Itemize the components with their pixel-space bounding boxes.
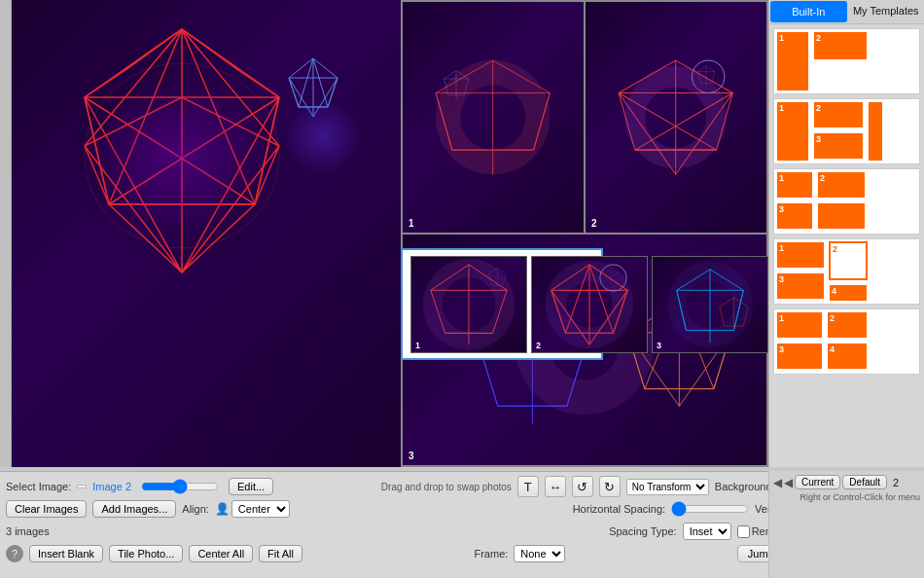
tpl5-cell4: 4 xyxy=(827,343,868,370)
tpl1-cell2: 2 xyxy=(813,31,868,60)
tpl3-cell1: 1 xyxy=(776,171,813,199)
thumbnail-1[interactable]: 1 xyxy=(410,256,527,353)
spacing-type-label: Spacing Type: xyxy=(609,525,677,537)
spacing-type-select[interactable]: Inset xyxy=(683,523,731,540)
tpl4-cell2: 2 xyxy=(829,241,868,280)
clear-images-button[interactable]: Clear Images xyxy=(6,500,87,518)
center-all-button[interactable]: Center All xyxy=(189,545,253,562)
no-transform-select[interactable]: No Transform xyxy=(626,479,709,495)
icon-btn-4[interactable]: ↻ xyxy=(599,476,621,497)
tile-photo-button[interactable]: Tile Photo... xyxy=(109,545,183,562)
edit-button[interactable]: Edit... xyxy=(229,478,273,495)
cell-number-3: 3 xyxy=(409,451,414,461)
template-item-4[interactable]: 1 2 3 4 xyxy=(773,238,920,305)
thumb-number-2: 2 xyxy=(536,341,541,350)
right-click-hint: Right or Control-Click for menu xyxy=(773,492,920,502)
template-item-3[interactable]: 1 2 3 xyxy=(773,168,920,235)
template-item-5[interactable]: 1 2 3 4 xyxy=(773,308,920,375)
center-image-grid: 1 xyxy=(401,0,768,467)
tpl4-cell4: 4 xyxy=(829,284,868,302)
page-number: 2 xyxy=(893,477,899,488)
cell-number-1: 1 xyxy=(409,218,414,229)
template-tab-row: Built-In My Templates xyxy=(769,0,924,24)
tpl4-cell1: 1 xyxy=(776,241,825,269)
current-button[interactable]: Current xyxy=(795,475,840,489)
tpl2-cell2: 2 xyxy=(813,101,864,128)
template-item-2[interactable]: 1 2 3 xyxy=(773,98,920,164)
right-arrow[interactable]: ◀ xyxy=(784,476,793,489)
tpl5-cell3: 3 xyxy=(776,343,823,370)
small-geo-shape xyxy=(279,54,347,122)
svg-line-33 xyxy=(289,78,313,117)
frame-select[interactable]: None xyxy=(514,545,565,562)
thumbnail-strip: 1 xyxy=(401,248,603,360)
cell-number-2: 2 xyxy=(591,218,597,229)
insert-blank-button[interactable]: Insert Blank xyxy=(29,545,103,562)
image-grid: 1 xyxy=(401,0,768,467)
svg-line-31 xyxy=(299,58,313,107)
thumbnail-2[interactable]: 2 xyxy=(531,256,648,353)
template-list: 1 2 1 2 3 1 2 3 xyxy=(769,24,924,379)
grid-cell-1[interactable]: 1 xyxy=(403,2,584,233)
svg-line-34 xyxy=(313,78,338,117)
add-images-button[interactable]: Add Images... xyxy=(92,500,176,518)
image-number-box xyxy=(77,485,87,488)
main-preview-canvas xyxy=(12,0,401,467)
tpl1-cell1: 1 xyxy=(776,31,809,91)
h-spacing-label: Horizontal Spacing: xyxy=(573,503,665,515)
thumbnail-3[interactable]: 3 xyxy=(652,256,768,353)
grid-cell-2[interactable]: 2 xyxy=(586,2,766,233)
thumb-number-1: 1 xyxy=(415,341,420,350)
left-preview xyxy=(12,0,401,467)
align-select[interactable]: Center xyxy=(231,500,290,518)
drag-hint: Drag and drop to swap photos xyxy=(381,482,512,492)
background-label: Background: xyxy=(715,481,775,492)
svg-line-29 xyxy=(289,78,299,107)
thumb-number-3: 3 xyxy=(657,341,661,350)
tpl5-cell1: 1 xyxy=(776,311,823,339)
current-default-row: ◀ ◀ Current Default 2 xyxy=(773,475,920,489)
help-icon[interactable]: ? xyxy=(6,545,23,562)
svg-point-24 xyxy=(75,49,289,263)
h-spacing-slider[interactable] xyxy=(671,502,749,516)
main-container: 1 xyxy=(0,0,924,578)
frame-label: Frame: xyxy=(474,548,508,560)
svg-line-32 xyxy=(313,58,328,107)
no-transform-area: No Transform xyxy=(626,479,709,495)
tpl3-cell4 xyxy=(817,202,866,230)
tpl3-cell3: 3 xyxy=(776,202,813,230)
tpl5-cell2: 2 xyxy=(827,311,868,339)
icon-btn-3[interactable]: ↺ xyxy=(572,476,593,497)
svg-line-30 xyxy=(328,78,338,107)
tpl4-cell3: 3 xyxy=(776,272,825,300)
fit-all-button[interactable]: Fit All xyxy=(259,545,302,562)
template-item-1[interactable]: 1 2 xyxy=(773,28,920,94)
work-area: 1 xyxy=(0,0,924,467)
tpl2-cell-side xyxy=(868,101,883,162)
vertical-scrollbar[interactable] xyxy=(0,0,12,467)
image-value-text[interactable]: Image 2 xyxy=(92,481,131,492)
icon-btn-2[interactable]: ↔ xyxy=(545,476,566,497)
grid-geo-1 xyxy=(411,14,574,221)
select-image-label: Select Image: xyxy=(6,481,71,492)
default-button[interactable]: Default xyxy=(842,475,887,489)
images-count: 3 images xyxy=(6,525,50,537)
tpl3-cell2: 2 xyxy=(817,171,866,199)
right-controls: ◀ ◀ Current Default 2 Right or Control-C… xyxy=(768,471,924,578)
tpl2-cell3: 3 xyxy=(813,132,864,160)
tab-built-in[interactable]: Built-In xyxy=(770,1,847,22)
align-area: 👤 Center xyxy=(215,500,290,518)
template-panel: Built-In My Templates 1 2 1 2 3 xyxy=(768,0,924,467)
render-empty-tiles-checkbox[interactable] xyxy=(737,525,750,538)
icon-btn-1[interactable]: T xyxy=(517,476,539,497)
left-arrow[interactable]: ◀ xyxy=(773,476,782,489)
align-label: Align: xyxy=(182,503,209,515)
tpl2-cell1: 1 xyxy=(776,101,809,162)
image-slider[interactable] xyxy=(141,480,219,493)
tab-my-templates[interactable]: My Templates xyxy=(848,0,925,23)
grid-geo-2 xyxy=(594,14,757,221)
